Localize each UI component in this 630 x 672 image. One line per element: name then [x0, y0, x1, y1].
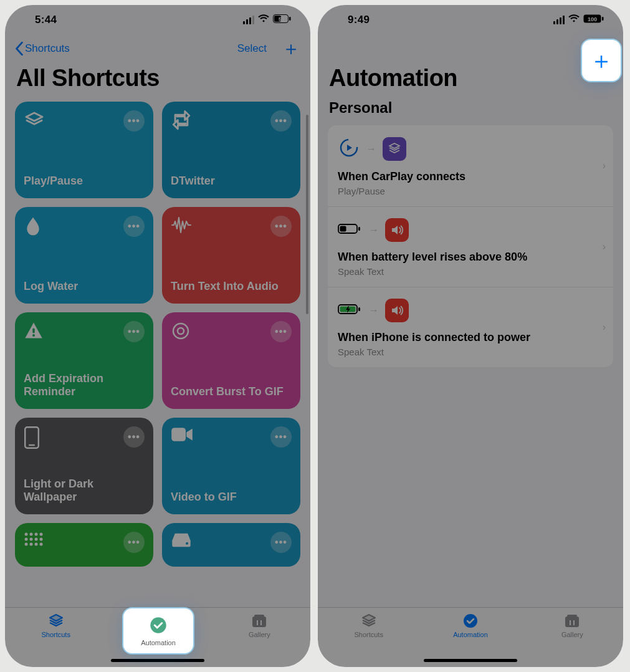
shortcut-card[interactable]: •••Video to GIF	[162, 418, 300, 514]
tab-label: Gallery	[561, 631, 583, 638]
shortcut-card[interactable]: •••Turn Text Into Audio	[162, 207, 300, 304]
status-bar: 5:44 51	[5, 5, 310, 35]
arrow-icon: →	[366, 143, 376, 155]
svg-point-16	[30, 538, 33, 541]
nav-bar: ＋	[318, 35, 623, 62]
tab-shortcuts[interactable]: Shortcuts	[22, 613, 90, 638]
tab-label: Shortcuts	[354, 631, 383, 638]
card-label: Video to GIF	[171, 491, 292, 504]
svg-rect-10	[171, 428, 186, 441]
svg-point-23	[186, 542, 188, 545]
arrow-icon: →	[369, 224, 379, 236]
card-menu-button[interactable]: •••	[270, 216, 292, 237]
svg-rect-39	[565, 617, 579, 627]
tab-gallery[interactable]: Gallery	[538, 613, 606, 638]
svg-rect-37	[358, 307, 360, 311]
plus-icon: ＋	[589, 49, 613, 72]
shortcuts-icon	[47, 613, 65, 629]
home-indicator[interactable]	[111, 659, 204, 662]
retweet-icon	[171, 110, 192, 134]
automation-list: → When CarPlay connects Play/Pause › → W…	[328, 125, 613, 367]
arrow-icon: →	[369, 305, 379, 316]
shortcut-card[interactable]: •••Light or Dark Wallpaper	[15, 418, 153, 514]
highlight-label: Automation	[141, 639, 176, 646]
home-indicator[interactable]	[424, 659, 517, 662]
card-label: Convert Burst To GIF	[171, 385, 292, 399]
layers-icon	[24, 110, 45, 134]
add-button[interactable]: ＋	[282, 39, 300, 58]
svg-rect-29	[602, 17, 604, 21]
back-button[interactable]: Shortcuts	[15, 42, 70, 55]
page-title: Automation	[318, 62, 623, 98]
svg-rect-40	[567, 615, 577, 617]
card-menu-button[interactable]: •••	[123, 426, 145, 448]
card-label: Play/Pause	[24, 175, 145, 188]
automation-row[interactable]: → When battery level rises above 80% Spe…	[328, 207, 613, 287]
chevron-left-icon	[15, 42, 24, 55]
section-personal: Personal	[318, 98, 623, 125]
svg-rect-4	[32, 329, 34, 334]
phone-left-shortcuts: 5:44 51 Shortcuts Select ＋ All Shortcuts…	[5, 5, 310, 667]
automation-title: When CarPlay connects	[338, 170, 603, 183]
svg-point-18	[40, 538, 43, 541]
status-time: 9:49	[348, 14, 370, 26]
shortcut-card[interactable]: •••Convert Burst To GIF	[162, 312, 300, 409]
gallery-icon	[251, 613, 268, 629]
shortcut-card[interactable]: •••	[162, 523, 300, 567]
tab-label: Shortcuts	[41, 631, 70, 638]
wifi-icon	[258, 14, 269, 26]
phone-right-automation: 9:49 100 ＋ Automation Personal → When Ca…	[318, 5, 623, 667]
automation-row[interactable]: → When iPhone is connected to power Spea…	[328, 287, 613, 367]
svg-point-38	[464, 614, 477, 628]
cellular-icon	[553, 16, 565, 24]
shortcut-card[interactable]: •••DTwitter	[162, 102, 300, 198]
card-menu-button[interactable]: •••	[123, 321, 145, 342]
card-menu-button[interactable]: •••	[270, 426, 292, 448]
target-icon	[171, 321, 191, 343]
svg-point-19	[25, 543, 28, 546]
wave-icon	[171, 216, 194, 237]
card-menu-button[interactable]: •••	[270, 321, 292, 342]
tab-gallery[interactable]: Gallery	[225, 613, 294, 638]
nav-bar: Shortcuts Select ＋	[5, 35, 310, 62]
shortcut-card[interactable]: •••Add Expiration Reminder	[15, 312, 153, 409]
shortcut-card[interactable]: •••Log Water	[15, 207, 153, 304]
svg-point-14	[40, 533, 43, 536]
automation-row[interactable]: → When CarPlay connects Play/Pause ›	[328, 125, 613, 207]
card-menu-button[interactable]: •••	[270, 110, 292, 132]
svg-rect-33	[340, 226, 346, 232]
automation-icon	[462, 613, 479, 629]
tab-automation[interactable]: Automation	[436, 613, 505, 638]
select-button[interactable]: Select	[237, 42, 267, 55]
scroll-indicator	[306, 115, 308, 314]
speaker-icon	[385, 299, 409, 322]
svg-rect-25	[252, 617, 266, 627]
automation-icon	[149, 616, 168, 637]
automation-subtitle: Speak Text	[338, 347, 603, 357]
svg-point-6	[173, 324, 188, 338]
svg-point-17	[35, 538, 38, 541]
tab-shortcuts[interactable]: Shortcuts	[335, 613, 403, 638]
disk-icon	[171, 532, 192, 550]
svg-rect-34	[358, 227, 360, 231]
drop-icon	[24, 216, 42, 239]
card-menu-button[interactable]: •••	[270, 532, 292, 553]
chevron-right-icon: ›	[603, 241, 606, 252]
card-menu-button[interactable]: •••	[123, 110, 145, 132]
shortcuts-icon	[360, 613, 378, 629]
svg-point-27	[150, 617, 166, 633]
card-menu-button[interactable]: •••	[123, 216, 145, 237]
carplay-icon	[338, 137, 360, 161]
shortcuts-grid[interactable]: •••Play/Pause•••DTwitter•••Log Water•••T…	[5, 98, 310, 578]
warning-icon	[24, 321, 44, 342]
shortcut-card[interactable]: •••Play/Pause	[15, 102, 153, 198]
svg-point-22	[40, 543, 43, 546]
svg-text:51: 51	[279, 16, 285, 22]
shortcut-card[interactable]: •••	[15, 523, 153, 567]
card-menu-button[interactable]: •••	[123, 532, 145, 553]
charging-icon	[338, 303, 363, 318]
card-label: Turn Text Into Audio	[171, 280, 292, 294]
page-title: All Shortcuts	[5, 62, 310, 98]
shortcut-icon	[383, 137, 406, 161]
card-label: Add Expiration Reminder	[24, 372, 145, 399]
